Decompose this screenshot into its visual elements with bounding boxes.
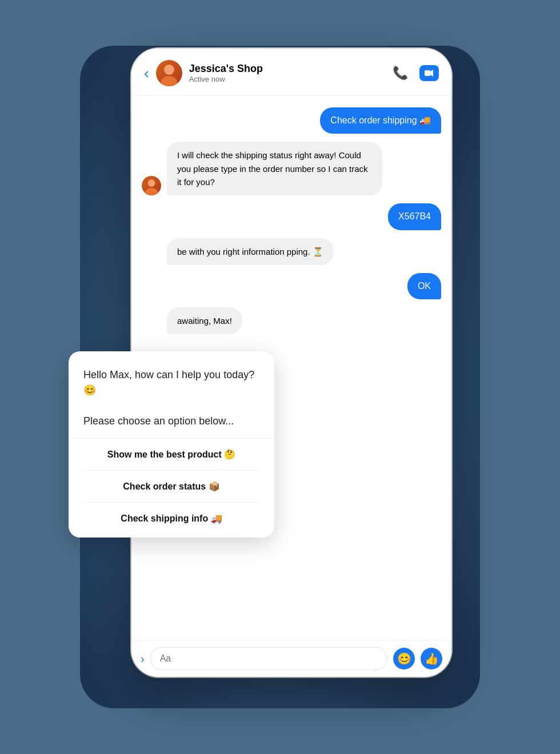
phone-icon[interactable]: 📞 [393, 66, 408, 81]
active-status: Active now [189, 75, 393, 83]
message-bubble-in-3: awaiting, Max! [167, 307, 242, 334]
shop-name: Jessica's Shop [189, 63, 393, 75]
popup-greeting: Hello Max, how can I help you today? 😊 P… [83, 367, 259, 429]
sender-avatar-1 [142, 176, 161, 195]
message-bubble-out-1: Check order shipping 🚚 [320, 107, 441, 134]
popup-card: Hello Max, how can I help you today? 😊 P… [69, 351, 274, 538]
input-bar: › 😊 👍 [131, 640, 451, 677]
message-row-in-2: be with you right information pping. ⏳ [142, 238, 441, 265]
header-info: Jessica's Shop Active now [189, 63, 393, 83]
popup-option-2[interactable]: Check order status 📦 [83, 471, 259, 503]
chat-header: ‹ Jessica's Shop Active now 📞 [131, 49, 451, 96]
message-bubble-out-2: X567B4 [388, 203, 441, 230]
message-row-in-1: I will check the shipping status right a… [142, 142, 441, 195]
message-bubble-in-2: be with you right information pping. ⏳ [167, 238, 334, 265]
back-button[interactable]: ‹ [144, 65, 149, 82]
popup-option-3[interactable]: Check shipping info 🚚 [83, 503, 259, 532]
message-input[interactable] [150, 647, 387, 670]
emoji-button[interactable]: 😊 [393, 648, 415, 669]
message-bubble-in-1: I will check the shipping status right a… [167, 142, 382, 195]
thumbup-button[interactable]: 👍 [421, 648, 442, 669]
message-bubble-out-3: OK [407, 273, 441, 299]
popup-option-1[interactable]: Show me the best product 🤔 [83, 439, 259, 471]
video-button[interactable] [419, 65, 439, 81]
header-icons: 📞 [393, 65, 439, 81]
avatar [156, 60, 182, 86]
expand-icon[interactable]: › [141, 652, 145, 665]
svg-marker-1 [430, 70, 433, 77]
message-row-in-3: awaiting, Max! [142, 307, 441, 334]
svg-rect-0 [425, 70, 430, 76]
